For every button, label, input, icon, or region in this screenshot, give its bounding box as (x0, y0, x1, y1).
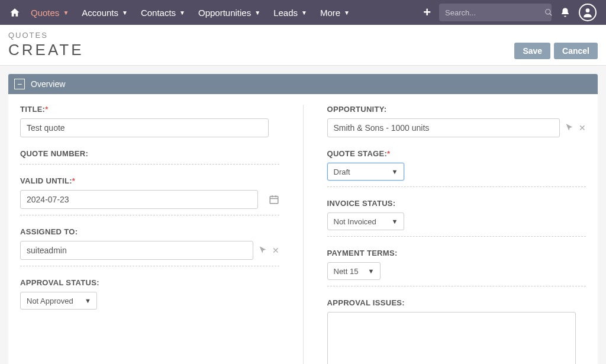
user-avatar-icon[interactable] (579, 4, 597, 21)
field-opportunity: OPPORTUNITY: ✕ (327, 105, 586, 137)
approval-status-select[interactable]: Not Approved (20, 292, 97, 310)
calendar-icon[interactable] (269, 194, 279, 205)
nav-label: Quotes (31, 8, 59, 18)
field-valid-until: VALID UNTIL:* (20, 176, 279, 215)
clear-icon[interactable]: ✕ (579, 123, 586, 133)
required-mark: * (45, 105, 48, 114)
field-quote-number: QUOTE NUMBER: (20, 149, 279, 165)
invoice-status-select[interactable]: Not Invoiced (327, 212, 404, 230)
search-input[interactable] (445, 8, 544, 17)
valid-until-input[interactable] (20, 190, 258, 209)
label-title: TITLE: (20, 105, 45, 114)
panel-title: Overview (31, 79, 65, 89)
quick-create-icon[interactable]: + (423, 5, 431, 20)
page-header: QUOTES CREATE Save Cancel (0, 25, 606, 66)
top-navbar: Quotes ▼ Accounts ▼ Contacts ▼ Opportuni… (0, 0, 606, 25)
svg-rect-3 (270, 197, 278, 204)
quote-stage-select[interactable]: Draft (327, 163, 404, 181)
label-quote-number: QUOTE NUMBER: (20, 149, 279, 158)
title-input[interactable] (20, 118, 269, 137)
separator (20, 164, 279, 165)
nav-label: More (320, 8, 340, 18)
nav-more[interactable]: More ▼ (320, 8, 350, 18)
chevron-down-icon: ▼ (122, 9, 128, 16)
nav-label: Opportunities (198, 8, 251, 18)
separator (327, 286, 586, 286)
field-assigned-to: ASSIGNED TO: ✕ (20, 227, 279, 266)
nav-opportunities[interactable]: Opportunities ▼ (198, 8, 260, 18)
field-payment-terms: PAYMENT TERMS: Nett 15 ▼ (327, 249, 586, 286)
opportunity-input[interactable] (327, 118, 560, 137)
chevron-down-icon: ▼ (63, 9, 69, 16)
overview-panel-body: TITLE:* QUOTE NUMBER: VALID UNTIL:* (8, 94, 598, 364)
left-column: TITLE:* QUOTE NUMBER: VALID UNTIL:* (20, 105, 304, 364)
nav-label: Accounts (82, 8, 118, 18)
cursor-select-icon[interactable] (258, 246, 267, 255)
required-mark: * (387, 149, 390, 158)
nav-accounts[interactable]: Accounts ▼ (82, 8, 128, 18)
label-approval-issues: APPROVAL ISSUES: (327, 298, 586, 307)
field-approval-status: APPROVAL STATUS: Not Approved ▼ (20, 278, 279, 310)
svg-point-0 (546, 9, 550, 14)
required-mark: * (72, 176, 75, 185)
save-button[interactable]: Save (514, 43, 550, 59)
search-icon[interactable] (544, 8, 553, 17)
field-title: TITLE:* (20, 105, 279, 137)
cancel-button[interactable]: Cancel (554, 43, 598, 59)
nav-menu: Quotes ▼ Accounts ▼ Contacts ▼ Opportuni… (31, 8, 350, 18)
approval-issues-textarea[interactable] (327, 312, 576, 364)
chevron-down-icon: ▼ (254, 9, 260, 16)
label-invoice-status: INVOICE STATUS: (327, 199, 586, 208)
cursor-select-icon[interactable] (565, 123, 574, 133)
nav-contacts[interactable]: Contacts ▼ (141, 8, 185, 18)
separator (327, 236, 586, 237)
label-payment-terms: PAYMENT TERMS: (327, 249, 586, 257)
page-title: CREATE (8, 41, 84, 59)
chevron-down-icon: ▼ (301, 9, 307, 16)
clear-icon[interactable]: ✕ (272, 246, 279, 255)
collapse-icon[interactable]: − (14, 79, 25, 89)
notifications-icon[interactable] (560, 7, 570, 18)
label-assigned-to: ASSIGNED TO: (20, 227, 279, 236)
field-quote-stage: QUOTE STAGE:* Draft ▼ (327, 149, 586, 187)
label-approval-status: APPROVAL STATUS: (20, 278, 279, 287)
right-column: OPPORTUNITY: ✕ QUOTE STAGE:* Draft (327, 105, 586, 364)
payment-terms-select[interactable]: Nett 15 (327, 262, 381, 280)
chevron-down-icon: ▼ (344, 9, 350, 16)
chevron-down-icon: ▼ (179, 9, 185, 16)
module-label: QUOTES (8, 31, 84, 40)
separator (20, 215, 279, 215)
label-quote-stage: QUOTE STAGE: (327, 149, 388, 158)
label-valid-until: VALID UNTIL: (20, 176, 72, 185)
label-opportunity: OPPORTUNITY: (327, 105, 586, 114)
nav-label: Contacts (141, 8, 176, 18)
assigned-to-input[interactable] (20, 241, 253, 260)
separator (327, 186, 586, 187)
home-icon[interactable] (9, 7, 20, 18)
svg-point-2 (586, 8, 590, 12)
field-approval-issues: APPROVAL ISSUES: (327, 298, 586, 364)
svg-line-1 (550, 14, 552, 16)
content: − Overview TITLE:* QUOTE NUMBER: VALID U… (0, 66, 606, 364)
separator (20, 266, 279, 266)
nav-label: Leads (273, 8, 298, 18)
overview-panel-header: − Overview (8, 74, 598, 94)
global-search[interactable] (439, 4, 552, 21)
nav-leads[interactable]: Leads ▼ (273, 8, 307, 18)
field-invoice-status: INVOICE STATUS: Not Invoiced ▼ (327, 199, 586, 237)
nav-quotes[interactable]: Quotes ▼ (31, 8, 69, 18)
